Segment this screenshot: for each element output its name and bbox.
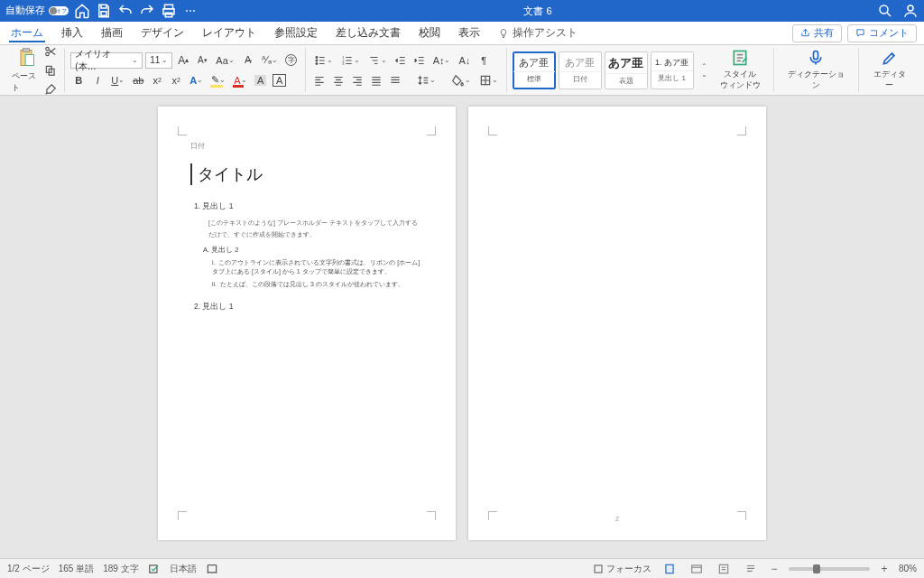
- numbering-button[interactable]: 123⌄: [338, 52, 363, 69]
- status-spellcheck[interactable]: [148, 563, 161, 575]
- dictation-button[interactable]: ディクテーション: [780, 49, 853, 91]
- align-right-button[interactable]: [349, 72, 365, 89]
- zoom-level[interactable]: 80%: [899, 564, 917, 573]
- format-painter-button[interactable]: [42, 81, 59, 98]
- text-effects-button[interactable]: A ⌄: [187, 72, 206, 89]
- sort-button[interactable]: A↓: [456, 52, 473, 69]
- status-language[interactable]: 日本語: [170, 563, 197, 575]
- paste-button[interactable]: ペースト: [9, 47, 42, 94]
- character-border-button[interactable]: A: [272, 72, 288, 89]
- doc-title-placeholder[interactable]: タイトル: [190, 163, 423, 185]
- style-heading1[interactable]: 1. あア亜見出し 1: [651, 51, 694, 89]
- align-center-button[interactable]: [330, 72, 346, 89]
- tell-me-search[interactable]: 操作アシスト: [489, 26, 587, 40]
- home-icon[interactable]: [74, 3, 90, 19]
- align-left-button[interactable]: [311, 72, 328, 89]
- bullets-button[interactable]: ⌄: [311, 52, 336, 69]
- slider-thumb-icon[interactable]: [813, 564, 820, 573]
- asian-layout-button[interactable]: A↕⌄: [430, 52, 454, 69]
- font-color-button[interactable]: A ⌄: [231, 72, 249, 89]
- view-print-layout[interactable]: [661, 562, 679, 576]
- chevron-down-icon: ⌄: [132, 56, 138, 64]
- style-date[interactable]: あア亜日付: [559, 51, 602, 89]
- view-outline[interactable]: [715, 562, 733, 576]
- document-canvas[interactable]: 日付 タイトル 1. 見出し 1 [このテキストのような] プレースホルダー テ…: [0, 96, 924, 558]
- zoom-out-button[interactable]: −: [769, 563, 780, 575]
- status-page[interactable]: 1/2 ページ: [7, 563, 50, 575]
- zoom-slider[interactable]: [789, 567, 870, 571]
- tab-references[interactable]: 参照設定: [265, 22, 327, 44]
- redo-icon[interactable]: [139, 3, 155, 19]
- styles-more-button[interactable]: ⌃⌄: [697, 62, 713, 79]
- tab-design[interactable]: デザイン: [132, 22, 193, 44]
- tab-review[interactable]: 校閲: [410, 22, 449, 44]
- font-size-combo[interactable]: 11⌄: [145, 52, 172, 69]
- subscript-button[interactable]: x2: [149, 72, 165, 89]
- tab-view[interactable]: 表示: [449, 22, 489, 44]
- tab-layout[interactable]: レイアウト: [193, 22, 265, 44]
- account-icon[interactable]: [902, 3, 919, 19]
- view-web-layout[interactable]: [688, 562, 706, 576]
- view-draft[interactable]: [742, 562, 760, 576]
- styles-pane-button[interactable]: スタイル ウィンドウ: [713, 49, 768, 91]
- change-case-button[interactable]: Aa ⌄: [213, 52, 236, 69]
- autosave-control[interactable]: 自動保存 オフ: [5, 5, 69, 17]
- character-shading-button[interactable]: A: [253, 72, 269, 89]
- style-normal[interactable]: あア亜標準: [513, 51, 556, 89]
- line-spacing-button[interactable]: ⌄: [414, 72, 439, 89]
- cut-button[interactable]: [42, 43, 59, 60]
- enclose-characters-button[interactable]: 字: [283, 52, 300, 69]
- svg-rect-22: [149, 564, 156, 572]
- font-name-combo[interactable]: メイリオ (本…⌄: [70, 52, 143, 69]
- italic-button[interactable]: I: [89, 72, 106, 89]
- doc-heading3[interactable]: ii. たとえば、この段落では見出し 3 のスタイルが使われています。: [212, 280, 423, 289]
- status-accessibility[interactable]: [206, 563, 218, 575]
- tab-home[interactable]: ホーム: [2, 22, 52, 44]
- doc-date-placeholder[interactable]: 日付: [190, 141, 423, 151]
- multilevel-list-button[interactable]: ⌄: [365, 52, 390, 69]
- undo-icon[interactable]: [117, 3, 134, 19]
- doc-heading1[interactable]: 2. 見出し 1: [194, 302, 423, 312]
- more-icon[interactable]: ⋯: [182, 3, 199, 19]
- zoom-in-button[interactable]: +: [879, 563, 890, 575]
- borders-button[interactable]: ⌄: [476, 72, 501, 89]
- superscript-button[interactable]: x2: [168, 72, 184, 89]
- doc-body-text[interactable]: [このテキストのような] プレースホルダー テキストをタップして入力するだけで、…: [208, 218, 423, 240]
- styles-pane-icon: [731, 49, 749, 67]
- tab-draw[interactable]: 描画: [92, 22, 132, 44]
- status-chars[interactable]: 189 文字: [103, 563, 138, 575]
- editor-button[interactable]: エディター: [864, 49, 915, 91]
- distribute-button[interactable]: [387, 72, 403, 89]
- justify-button[interactable]: [368, 72, 384, 89]
- print-icon[interactable]: [161, 3, 177, 19]
- save-icon[interactable]: [96, 3, 112, 19]
- search-icon[interactable]: [877, 3, 893, 19]
- page-2[interactable]: 2: [468, 107, 766, 540]
- share-button[interactable]: 共有: [792, 24, 842, 42]
- decrease-indent-button[interactable]: [393, 52, 409, 69]
- increase-indent-button[interactable]: [411, 52, 428, 69]
- strikethrough-button[interactable]: ab: [130, 72, 146, 89]
- underline-button[interactable]: U ⌄: [108, 72, 127, 89]
- tab-insert[interactable]: 挿入: [52, 22, 92, 44]
- doc-heading3[interactable]: i. このアウトラインに表示されている文字列の書式は、リボンの [ホーム] タブ…: [212, 258, 423, 276]
- show-marks-button[interactable]: ¶: [476, 52, 492, 69]
- status-focus[interactable]: フォーカス: [593, 563, 651, 575]
- doc-heading2[interactable]: A. 見出し 2: [203, 246, 423, 255]
- grow-font-button[interactable]: A▴: [175, 52, 191, 69]
- status-words[interactable]: 165 単語: [59, 563, 94, 575]
- page-1[interactable]: 日付 タイトル 1. 見出し 1 [このテキストのような] プレースホルダー テ…: [158, 107, 456, 540]
- doc-heading1[interactable]: 1. 見出し 1: [194, 201, 423, 212]
- autosave-toggle-icon[interactable]: オフ: [49, 6, 69, 15]
- bold-button[interactable]: B: [70, 72, 87, 89]
- shrink-font-button[interactable]: A▾: [194, 52, 210, 69]
- comments-button[interactable]: コメント: [847, 24, 917, 42]
- copy-button[interactable]: [42, 62, 59, 79]
- shading-button[interactable]: ⌄: [449, 72, 474, 89]
- phonetic-guide-button[interactable]: ᴬ⁄ₐ ⌄: [259, 52, 281, 69]
- autosave-label: 自動保存: [5, 5, 45, 17]
- style-title[interactable]: あア亜表題: [605, 51, 648, 89]
- highlight-button[interactable]: ✎ ⌄: [208, 72, 228, 89]
- clear-formatting-button[interactable]: A̶: [240, 52, 256, 69]
- tab-mailings[interactable]: 差し込み文書: [327, 22, 410, 44]
